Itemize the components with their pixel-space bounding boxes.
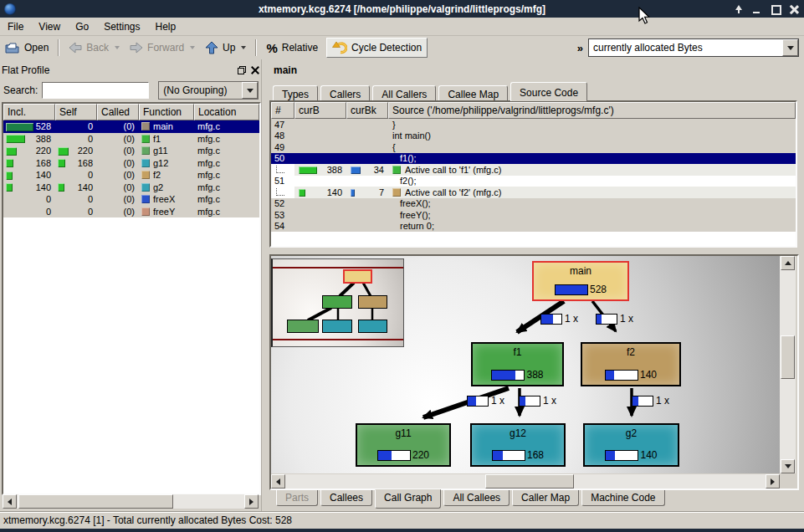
menu-settings[interactable]: Settings	[96, 19, 147, 34]
back-arrow-icon	[69, 42, 82, 54]
back-button[interactable]: Back	[64, 39, 125, 56]
function-color-icon	[141, 195, 150, 203]
source-line-selected[interactable]: 50 f1();	[271, 153, 796, 165]
graph-node-main[interactable]: main 528	[532, 261, 629, 301]
source-line[interactable]: 48 int main()	[271, 130, 796, 142]
col-incl[interactable]: Incl.	[3, 104, 55, 120]
tab-parts[interactable]: Parts	[276, 490, 318, 506]
col-location[interactable]: Location	[194, 104, 259, 120]
flat-profile-hscrollbar[interactable]	[3, 494, 259, 509]
graph-overview-minimap[interactable]	[271, 258, 404, 347]
tab-call-graph[interactable]: Call Graph	[375, 489, 441, 509]
forward-dropdown-icon[interactable]	[190, 46, 195, 49]
scrollbar-thumb[interactable]	[18, 494, 173, 509]
up-dropdown-icon[interactable]	[241, 46, 246, 49]
tab-callees[interactable]: Callees	[320, 490, 372, 506]
source-line[interactable]: 49 {	[271, 141, 796, 153]
col-line-number[interactable]: #	[271, 102, 294, 119]
scroll-right-button[interactable]	[766, 474, 780, 489]
source-line[interactable]: 53 freeY();	[271, 209, 796, 221]
edge-label-main-f1: 1 x	[540, 313, 578, 325]
active-call-line[interactable]: 388 34 Active call to 'f1' (mfg.c)	[271, 164, 796, 176]
title-bar[interactable]: xtmemory.kcg.6274 [/home/philippe/valgri…	[0, 0, 804, 18]
tab-callee-map[interactable]: Callee Map	[438, 85, 508, 101]
menu-view[interactable]: View	[31, 19, 68, 34]
open-folder-icon	[5, 42, 20, 54]
source-line[interactable]: 47 }	[271, 119, 796, 130]
shade-button[interactable]	[734, 4, 744, 14]
scroll-up-button[interactable]	[781, 256, 795, 270]
tab-machine-code[interactable]: Machine Code	[581, 490, 664, 506]
function-color-icon	[392, 166, 401, 174]
graph-hscrollbar[interactable]	[271, 474, 780, 489]
tab-types[interactable]: Types	[273, 85, 318, 101]
dock-close-button[interactable]	[251, 66, 259, 74]
scroll-left-button[interactable]	[271, 474, 285, 489]
relative-toggle[interactable]: % Relative	[261, 38, 323, 58]
forward-button[interactable]: Forward	[125, 39, 200, 56]
menu-help[interactable]: Help	[148, 19, 184, 34]
col-function[interactable]: Function	[139, 104, 194, 120]
tab-source-code[interactable]: Source Code	[510, 82, 587, 101]
scroll-left-button[interactable]	[3, 494, 17, 509]
table-row[interactable]: 0 0 (0) freeY mfg.c	[3, 206, 259, 218]
menu-go[interactable]: Go	[68, 19, 96, 34]
graph-node-g11[interactable]: g11 220	[356, 423, 451, 467]
col-source[interactable]: Source ('/home/philippe/valgrind/littlep…	[388, 102, 796, 119]
search-label: Search:	[3, 84, 38, 96]
graph-node-g2[interactable]: g2 140	[583, 423, 679, 467]
cycle-detection-toggle[interactable]: Cycle Detection	[326, 38, 428, 58]
dock-float-button[interactable]	[238, 66, 246, 74]
table-row[interactable]: 388 0 (0) f1 mfg.c	[3, 133, 259, 146]
open-button[interactable]: Open	[0, 39, 54, 57]
tab-all-callers[interactable]: All Callers	[372, 85, 436, 101]
graph-vscrollbar[interactable]	[780, 256, 796, 473]
scrollbar-thumb[interactable]	[485, 474, 574, 489]
tab-callers[interactable]: Callers	[320, 85, 370, 101]
up-button[interactable]: Up	[200, 38, 251, 57]
vertical-splitter[interactable]	[261, 59, 269, 512]
open-label: Open	[24, 42, 49, 54]
edge-label-f1-g12: 1 x	[519, 395, 556, 407]
scrollbar-thumb[interactable]	[781, 335, 795, 379]
col-curb[interactable]: curB	[294, 102, 346, 119]
graph-node-f2[interactable]: f2 140	[581, 342, 681, 386]
source-line[interactable]: 52 freeX();	[271, 198, 796, 210]
scroll-right-button[interactable]	[244, 494, 259, 509]
tab-caller-map[interactable]: Caller Map	[512, 490, 579, 506]
callee-view-tabs: Parts Callees Call Graph All Callees Cal…	[276, 490, 665, 509]
combo-arrow-button[interactable]	[782, 39, 798, 56]
scroll-down-button[interactable]	[781, 459, 795, 473]
table-row[interactable]: 220 220 (0) g11 mfg.c	[3, 145, 259, 157]
col-self[interactable]: Self	[55, 104, 97, 120]
combo-arrow-button[interactable]	[242, 82, 258, 99]
call-graph-canvas[interactable]: main 528 f1 388 f2 140 g11 220 g12 168 g…	[271, 256, 780, 473]
graph-node-f1[interactable]: f1 388	[471, 342, 564, 386]
col-called[interactable]: Called	[97, 104, 139, 120]
overview-node-f2	[358, 295, 387, 309]
close-button[interactable]	[789, 4, 799, 14]
tree-branch-icon	[276, 166, 284, 173]
graph-node-g12[interactable]: g12 168	[470, 423, 566, 467]
source-line[interactable]: 51 f2();	[271, 176, 796, 187]
maximize-button[interactable]	[771, 4, 781, 14]
table-row[interactable]: 528 0 (0) main mfg.c	[3, 120, 259, 133]
event-type-combo[interactable]: currently allocated Bytes	[588, 38, 799, 57]
menu-file[interactable]: File	[0, 19, 31, 34]
table-row[interactable]: 140 140 (0) g2 mfg.c	[3, 182, 259, 194]
selected-function-title: main	[274, 64, 297, 76]
active-call-line[interactable]: 140 7 Active call to 'f2' (mfg.c)	[271, 187, 796, 198]
grouping-combo[interactable]: (No Grouping)	[158, 81, 259, 100]
back-dropdown-icon[interactable]	[115, 46, 120, 49]
minimize-button[interactable]	[752, 4, 762, 14]
search-input[interactable]	[42, 82, 149, 99]
horizontal-splitter[interactable]	[268, 248, 804, 254]
function-view-tabs: Types Callers All Callers Callee Map Sou…	[273, 82, 587, 101]
source-line[interactable]: 54 return 0;	[271, 221, 796, 233]
tab-all-callees[interactable]: All Callees	[443, 490, 510, 506]
table-row[interactable]: 168 168 (0) g12 mfg.c	[3, 157, 259, 170]
table-row[interactable]: 0 0 (0) freeX mfg.c	[3, 193, 259, 206]
toolbar-overflow-chevron[interactable]: »	[572, 42, 588, 54]
col-curbk[interactable]: curBk	[346, 102, 388, 119]
table-row[interactable]: 140 0 (0) f2 mfg.c	[3, 169, 259, 182]
